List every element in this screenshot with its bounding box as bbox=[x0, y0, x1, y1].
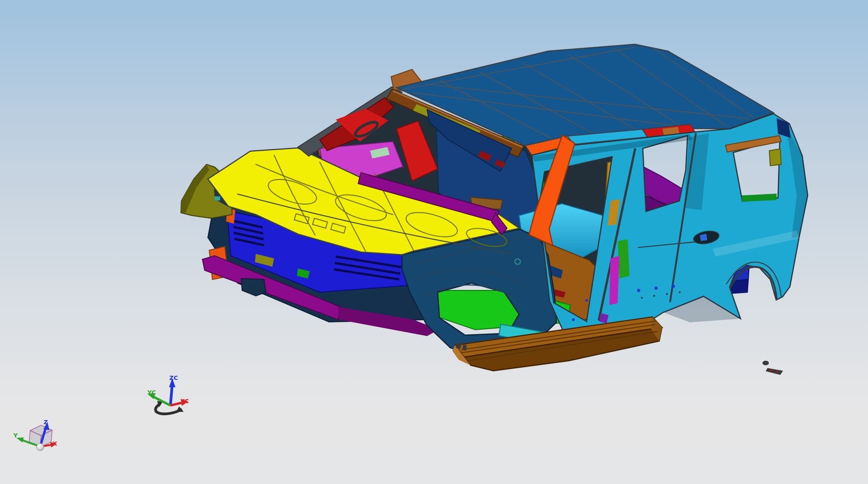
pin-part-1 bbox=[456, 342, 461, 349]
abs-origin-sphere[interactable] bbox=[37, 443, 44, 451]
cowl-bit-teal bbox=[215, 196, 220, 200]
wcs-z-label: ZC bbox=[169, 374, 178, 381]
wcs-y-label: YC bbox=[147, 389, 156, 396]
wcs-x-label: XC bbox=[180, 398, 189, 405]
viewport-canvas[interactable]: ZC YC XC Z Y X bbox=[0, 0, 868, 484]
debris-red-dot-2 bbox=[776, 371, 778, 373]
cad-viewport[interactable]: ZC YC XC Z Y X bbox=[0, 0, 868, 484]
wcs-z-axis[interactable] bbox=[170, 384, 172, 405]
debris-red-dot-1 bbox=[770, 369, 772, 371]
abs-y-label: Y bbox=[13, 432, 18, 439]
bpillar-green[interactable] bbox=[618, 239, 630, 279]
abs-z-label: Z bbox=[43, 419, 48, 426]
debris-puck bbox=[762, 361, 769, 365]
quarter-hinge-olive[interactable] bbox=[769, 149, 781, 166]
abs-x-label: X bbox=[53, 440, 57, 447]
